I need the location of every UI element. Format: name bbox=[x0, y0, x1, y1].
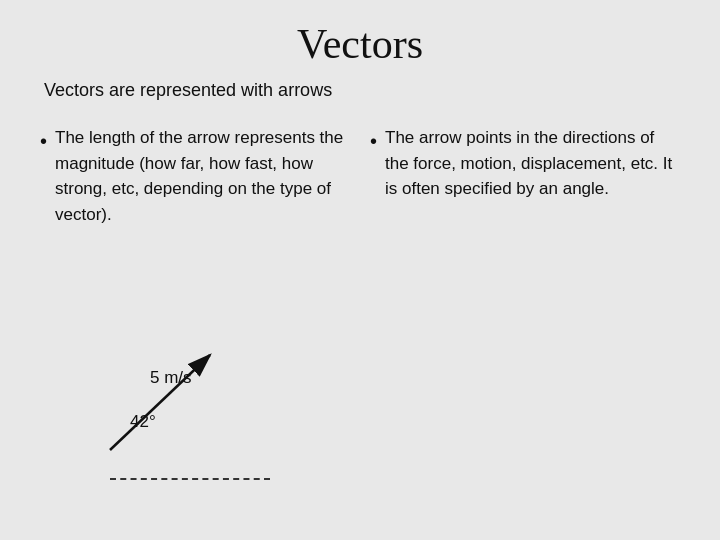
bullet-right-text: The arrow points in the directions of th… bbox=[385, 125, 680, 202]
slide: Vectors Vectors are represented with arr… bbox=[0, 0, 720, 540]
bullet-left: • The length of the arrow represents the… bbox=[40, 125, 350, 227]
right-column: • The arrow points in the directions of … bbox=[370, 125, 680, 227]
vector-arrow-svg bbox=[80, 330, 280, 480]
angle-label: 42° bbox=[130, 412, 156, 432]
left-column: • The length of the arrow represents the… bbox=[40, 125, 350, 227]
diagram-area: 5 m/s 42° bbox=[80, 330, 300, 490]
bullet-left-text: The length of the arrow represents the m… bbox=[55, 125, 350, 227]
bullet-right-symbol: • bbox=[370, 126, 377, 202]
dashed-baseline bbox=[110, 478, 270, 480]
slide-subtitle: Vectors are represented with arrows bbox=[44, 80, 680, 101]
content-area: • The length of the arrow represents the… bbox=[40, 125, 680, 227]
speed-label: 5 m/s bbox=[150, 368, 192, 388]
bullet-right: • The arrow points in the directions of … bbox=[370, 125, 680, 202]
bullet-left-symbol: • bbox=[40, 126, 47, 227]
slide-title: Vectors bbox=[40, 20, 680, 68]
